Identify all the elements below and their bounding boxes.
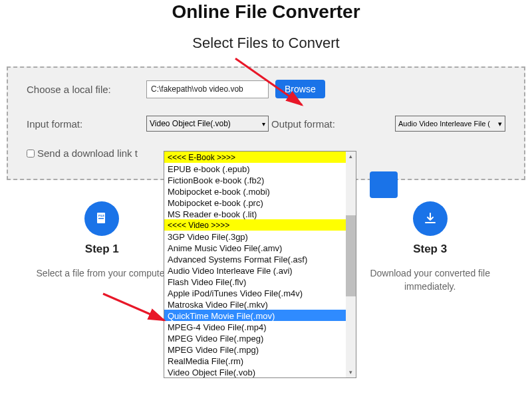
page-title: Online File Converter — [0, 1, 532, 23]
browse-button[interactable]: Browse — [275, 80, 325, 98]
input-format-value: Video Object File(.vob) — [150, 119, 231, 128]
page-subtitle: Select Files to Convert — [0, 35, 532, 52]
dropdown-option[interactable]: FictionBook e-book (.fb2) — [164, 174, 346, 185]
dropdown-option[interactable]: Anime Music Video File(.amv) — [164, 242, 346, 253]
dropdown-option[interactable]: Matroska Video File(.mkv) — [164, 298, 346, 310]
dropdown-option[interactable]: MS Reader e-book (.lit) — [164, 208, 346, 219]
dropdown-option[interactable]: Advanced Systems Format File(.asf) — [164, 253, 346, 264]
output-format-label: Output format: — [271, 118, 335, 130]
download-icon — [413, 201, 448, 236]
step-1-text: Select a file from your computer — [20, 266, 184, 280]
file-label: Choose a local file: — [27, 84, 146, 95]
scrollbar-thumb[interactable] — [346, 215, 356, 296]
dropdown-option[interactable]: Mobipocket e-book (.mobi) — [164, 185, 346, 197]
step-3-title: Step 3 — [348, 243, 512, 256]
dropdown-option[interactable]: Audio Video Interleave File (.avi) — [164, 264, 346, 276]
dropdown-option[interactable]: MPEG Video File(.mpeg) — [164, 332, 346, 344]
step-3-text: Download your converted file immediately… — [348, 266, 512, 294]
scroll-up-icon[interactable]: ▴ — [346, 152, 356, 161]
input-format-dropdown[interactable]: <<<< E-Book >>>>EPUB e-book (.epub)Ficti… — [164, 151, 356, 378]
dropdown-option[interactable]: MPEG-4 Video File(.mp4) — [164, 321, 346, 332]
svg-text:FILE: FILE — [98, 214, 104, 217]
step-3: Step 3 Download your converted file imme… — [348, 201, 512, 294]
dropdown-option[interactable]: MPEG Video File(.mpg) — [164, 344, 346, 355]
dropdown-option[interactable]: 3GP Video File(.3gp) — [164, 231, 346, 242]
file-icon: FILE — [84, 201, 119, 236]
chevron-down-icon: ▾ — [498, 120, 502, 128]
output-format-select[interactable]: Audio Video Interleave File ( ▾ — [395, 116, 505, 132]
send-link-label: Send a download link t — [37, 148, 138, 159]
dropdown-option[interactable]: Flash Video File(.flv) — [164, 276, 346, 287]
dropdown-option[interactable]: Video Object File(.vob) — [164, 366, 346, 377]
dropdown-option[interactable]: Mobipocket e-book (.prc) — [164, 197, 346, 208]
dropdown-option[interactable]: Apple iPod/iTunes Video File(.m4v) — [164, 287, 346, 298]
input-format-select[interactable]: Video Object File(.vob) ▾ — [146, 116, 269, 132]
chevron-down-icon: ▾ — [262, 120, 265, 128]
send-link-checkbox[interactable] — [27, 150, 35, 158]
svg-rect-1 — [98, 218, 104, 219]
output-format-value: Audio Video Interleave File ( — [398, 120, 490, 128]
svg-line-4 — [103, 294, 164, 320]
scroll-down-icon[interactable]: ▾ — [346, 368, 356, 377]
dropdown-group-header: <<<< E-Book >>>> — [164, 152, 346, 163]
dropdown-option[interactable]: RealMedia File(.rm) — [164, 355, 346, 366]
input-format-label: Input format: — [27, 118, 146, 130]
file-path-input[interactable] — [146, 80, 269, 98]
step-1: FILE Step 1 Select a file from your comp… — [20, 201, 184, 294]
dropdown-option[interactable]: EPUB e-book (.epub) — [164, 163, 346, 174]
dropdown-option[interactable]: QuickTime Movie File(.mov) — [164, 310, 346, 321]
dropdown-group-header: <<<< Video >>>> — [164, 219, 346, 231]
convert-button[interactable] — [370, 171, 398, 198]
step-1-title: Step 1 — [20, 243, 184, 256]
